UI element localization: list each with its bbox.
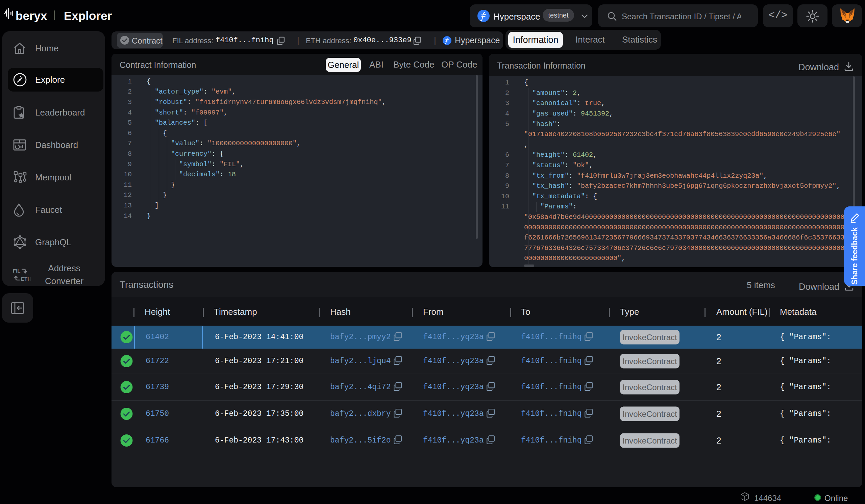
svg-text:ETH: ETH <box>21 276 31 281</box>
svg-text:FIL: FIL <box>13 268 21 274</box>
